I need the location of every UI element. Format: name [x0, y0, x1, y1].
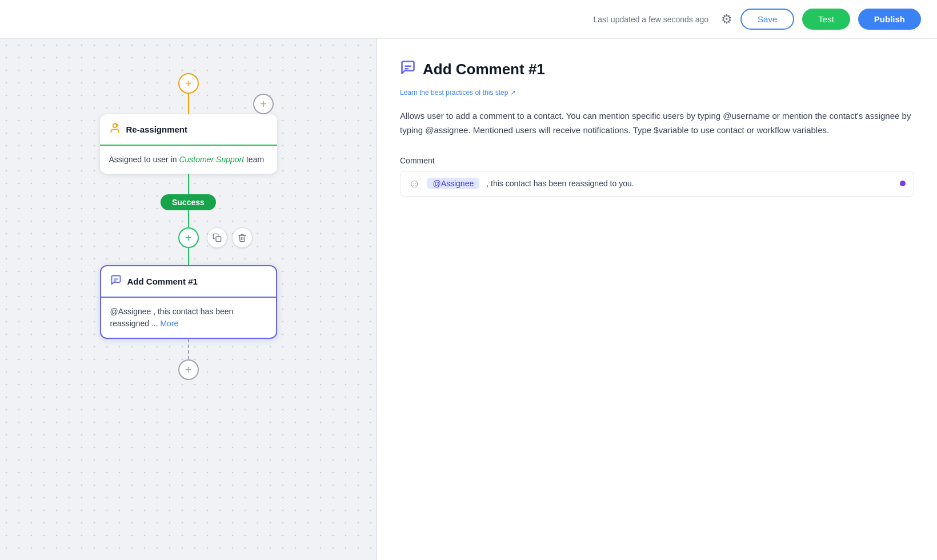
svg-point-0: [113, 124, 117, 128]
learn-link[interactable]: Learn the best practices of this step ↗: [400, 89, 914, 97]
workflow-flow: + Re-assignment Assigned to us: [100, 73, 277, 380]
success-badge: Success: [161, 194, 216, 210]
panel-title: Add Comment #1: [423, 61, 545, 78]
reassignment-body-prefix: Assigned to user in: [109, 155, 179, 164]
comment-input-text: , this contact has been reassigned to yo…: [486, 179, 893, 188]
add-comment-header: Add Comment #1: [101, 266, 276, 298]
right-panel: Add Comment #1 Learn the best practices …: [377, 39, 937, 560]
copy-button[interactable]: [207, 227, 227, 248]
add-btn-bottom[interactable]: +: [178, 359, 199, 380]
connector-green-2: [188, 210, 189, 227]
reassignment-header: Re-assignment: [100, 114, 277, 146]
add-comment-more-link[interactable]: More: [160, 319, 178, 328]
reassignment-body-suffix: team: [244, 155, 264, 164]
reassignment-title: Re-assignment: [126, 125, 188, 134]
learn-link-text: Learn the best practices of this step: [400, 89, 508, 97]
publish-button[interactable]: Publish: [858, 9, 921, 30]
reassignment-italic: Customer Support: [179, 155, 244, 164]
svg-rect-1: [216, 237, 221, 242]
emoji-button[interactable]: ☺: [409, 177, 420, 190]
last-updated-text: Last updated a few seconds ago: [594, 15, 709, 24]
connector-green-3: [188, 248, 189, 265]
add-comment-icon: [110, 274, 122, 289]
add-btn-middle[interactable]: +: [178, 227, 199, 248]
node-actions: [207, 227, 253, 248]
save-button[interactable]: Save: [740, 9, 794, 30]
test-button[interactable]: Test: [802, 9, 850, 30]
top-bar: Last updated a few seconds ago ⚙ Save Te…: [0, 0, 937, 39]
workflow-canvas: + + Re-assignment: [0, 39, 377, 560]
reassignment-body: Assigned to user in Customer Support tea…: [100, 146, 277, 174]
purple-dot-indicator: [900, 181, 906, 186]
external-link-icon: ↗: [510, 89, 516, 97]
comment-label: Comment: [400, 156, 914, 165]
settings-button[interactable]: ⚙: [721, 12, 732, 27]
add-btn-between-wrapper: +: [178, 227, 199, 248]
main-layout: + + Re-assignment: [0, 39, 937, 560]
add-node-secondary-button[interactable]: +: [253, 94, 274, 114]
assignee-tag: @Assignee: [427, 178, 479, 189]
comment-input-row[interactable]: ☺ @Assignee , this contact has been reas…: [400, 171, 914, 197]
panel-title-icon: [400, 59, 416, 79]
add-btn-top[interactable]: +: [178, 73, 199, 94]
add-comment-body: @Assignee , this contact has been reassi…: [101, 298, 276, 338]
connector-dashed-bottom: [188, 339, 189, 359]
reassignment-node[interactable]: Re-assignment Assigned to user in Custom…: [100, 114, 277, 174]
connector-green-1: [188, 174, 189, 194]
connector-orange-top: [188, 94, 189, 114]
delete-button[interactable]: [232, 227, 253, 248]
panel-title-row: Add Comment #1: [400, 59, 914, 79]
reassignment-icon: [109, 122, 121, 137]
add-btn-secondary[interactable]: +: [253, 94, 274, 114]
panel-description: Allows user to add a comment to a contac…: [400, 109, 914, 138]
add-comment-node[interactable]: Add Comment #1 @Assignee , this contact …: [100, 265, 277, 339]
add-comment-title: Add Comment #1: [127, 277, 198, 286]
